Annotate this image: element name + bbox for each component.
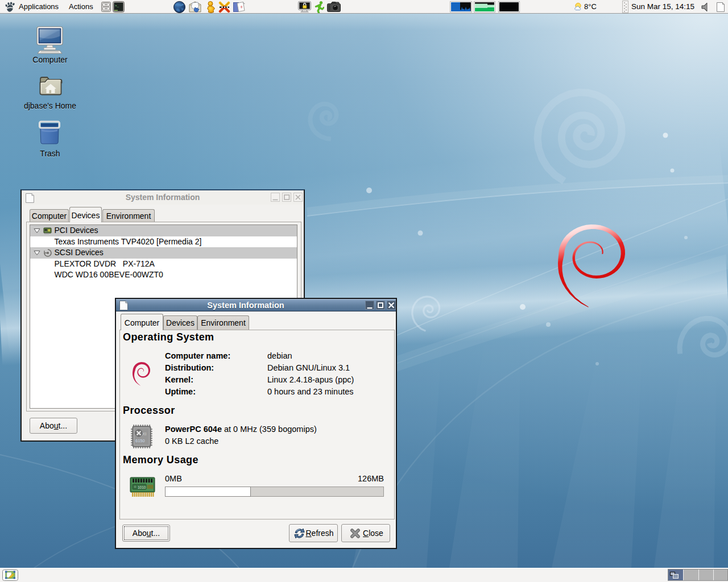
svg-text:>_: >_ bbox=[115, 4, 119, 8]
